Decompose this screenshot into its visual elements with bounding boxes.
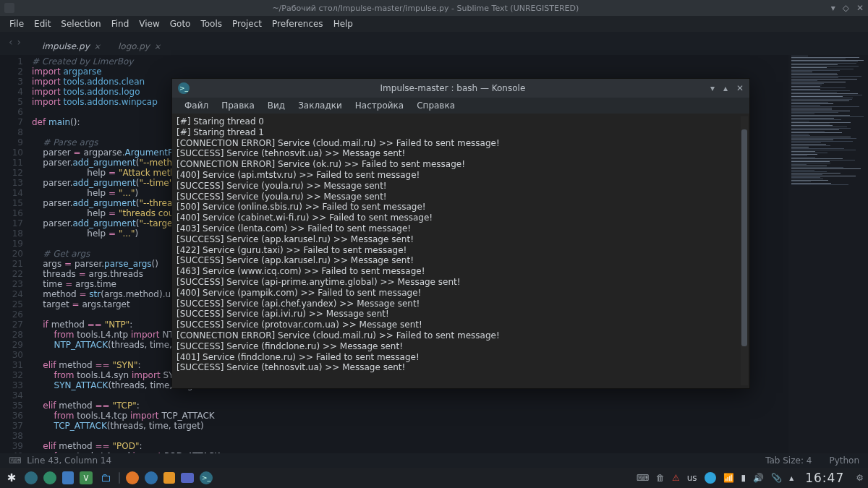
- menu-file[interactable]: File: [4, 16, 29, 32]
- konsole-menu-item[interactable]: Правка: [215, 98, 261, 114]
- line-gutter: 1234567891011121314151617181920212223242…: [0, 55, 29, 468]
- tab-row: ‹ › impulse.py×logo.py×: [0, 32, 868, 55]
- window-titlebar: ~/Рабочий стол/Impulse-master/impulse.py…: [0, 0, 868, 16]
- scrollbar-thumb[interactable]: [741, 129, 747, 346]
- konsole-menu-item[interactable]: Закладки: [292, 98, 349, 114]
- tab-logo-py[interactable]: logo.py×: [111, 37, 168, 55]
- tray-battery-icon[interactable]: ▮: [741, 473, 746, 483]
- menu-view[interactable]: View: [134, 16, 164, 32]
- menu-project[interactable]: Project: [227, 16, 267, 32]
- taskbar-app-3-icon[interactable]: [145, 471, 158, 484]
- tray-keyboard-layout[interactable]: us: [687, 473, 697, 483]
- tab-label: logo.py: [118, 41, 150, 51]
- tab-close-icon[interactable]: ×: [154, 42, 161, 51]
- tab-close-icon[interactable]: ×: [94, 42, 101, 51]
- tab-label: impulse.py: [42, 41, 90, 51]
- menu-find[interactable]: Find: [106, 16, 135, 32]
- taskbar-notes-icon[interactable]: [62, 471, 74, 484]
- window-maximize-icon[interactable]: ◇: [843, 3, 849, 13]
- minimap[interactable]: [788, 55, 868, 468]
- menu-edit[interactable]: Edit: [29, 16, 56, 32]
- konsole-output[interactable]: [#] Staring thread 0[#] Staring thread 1…: [172, 114, 749, 388]
- taskbar-firefox-icon[interactable]: [126, 471, 139, 484]
- konsole-menu-item[interactable]: Вид: [261, 98, 292, 114]
- kde-launcher-icon[interactable]: ✱: [4, 471, 19, 485]
- konsole-menubar: ФайлПравкаВидЗакладкиНастройкаСправка: [172, 98, 749, 114]
- window-close-icon[interactable]: ✕: [856, 3, 864, 13]
- window-minimize-icon[interactable]: ▾: [831, 3, 835, 13]
- menu-tools[interactable]: Tools: [195, 16, 227, 32]
- tray-wifi-icon[interactable]: 📶: [723, 473, 734, 483]
- taskbar-konsole-icon[interactable]: >_: [200, 471, 213, 484]
- konsole-menu-item[interactable]: Настройка: [349, 98, 410, 114]
- app-icon: [4, 3, 14, 13]
- nav-back-icon[interactable]: ‹: [9, 36, 13, 48]
- status-tab-size[interactable]: Tab Size: 4: [765, 455, 812, 466]
- terminal-icon[interactable]: ⌨: [9, 455, 21, 466]
- konsole-window[interactable]: >_ Impulse-master : bash — Konsole ▾ ▴ ✕…: [171, 78, 750, 389]
- tray-volume-icon[interactable]: 🔊: [753, 473, 764, 483]
- window-title: ~/Рабочий стол/Impulse-master/impulse.py…: [20, 4, 831, 13]
- nav-forward-icon[interactable]: ›: [17, 36, 22, 48]
- taskbar-sublime-icon[interactable]: [163, 472, 175, 484]
- tray-alert-icon[interactable]: ⚠: [672, 473, 680, 483]
- tray-settings-icon[interactable]: ⚙: [856, 473, 864, 483]
- tray-clip-icon[interactable]: 📎: [771, 473, 782, 483]
- konsole-app-icon: >_: [178, 82, 190, 94]
- statusbar: ⌨ Line 43, Column 14 Tab Size: 4 Python: [0, 453, 868, 468]
- taskbar-files-icon[interactable]: 🗀: [98, 471, 113, 485]
- taskbar-separator-icon: [119, 472, 120, 484]
- taskbar-app-2-icon[interactable]: [43, 471, 56, 484]
- konsole-titlebar[interactable]: >_ Impulse-master : bash — Konsole ▾ ▴ ✕: [172, 79, 749, 98]
- taskbar-app-1-icon[interactable]: [25, 471, 38, 484]
- konsole-minimize-icon[interactable]: ▾: [710, 83, 715, 93]
- konsole-scrollbar[interactable]: [741, 116, 748, 385]
- menubar: FileEditSelectionFindViewGotoToolsProjec…: [0, 16, 868, 32]
- menu-goto[interactable]: Goto: [165, 16, 196, 32]
- taskbar-monitor-icon[interactable]: [181, 473, 194, 483]
- konsole-close-icon[interactable]: ✕: [736, 83, 744, 93]
- menu-help[interactable]: Help: [328, 16, 358, 32]
- tray-clock[interactable]: 16:47: [805, 471, 844, 485]
- konsole-menu-item[interactable]: Справка: [410, 98, 461, 114]
- konsole-maximize-icon[interactable]: ▴: [723, 83, 728, 93]
- tray-keyboard-icon[interactable]: ⌨: [637, 473, 649, 483]
- menu-selection[interactable]: Selection: [56, 16, 106, 32]
- menu-preferences[interactable]: Preferences: [267, 16, 328, 32]
- status-cursor-pos: Line 43, Column 14: [27, 455, 111, 466]
- status-language[interactable]: Python: [829, 455, 859, 466]
- tray-expand-icon[interactable]: ▴: [789, 473, 793, 483]
- taskbar-vim-icon[interactable]: V: [80, 471, 93, 484]
- taskbar: ✱ V 🗀 >_ ⌨ 🗑 ⚠ us 📶 ▮ 🔊 📎 ▴ 16:47 ⚙: [0, 468, 868, 488]
- konsole-menu-item[interactable]: Файл: [178, 98, 215, 114]
- tab-impulse-py[interactable]: impulse.py×: [35, 37, 108, 55]
- konsole-title: Impulse-master : bash — Konsole: [195, 83, 710, 93]
- tray-trash-icon[interactable]: 🗑: [656, 473, 665, 483]
- tray-telegram-icon[interactable]: [705, 472, 716, 484]
